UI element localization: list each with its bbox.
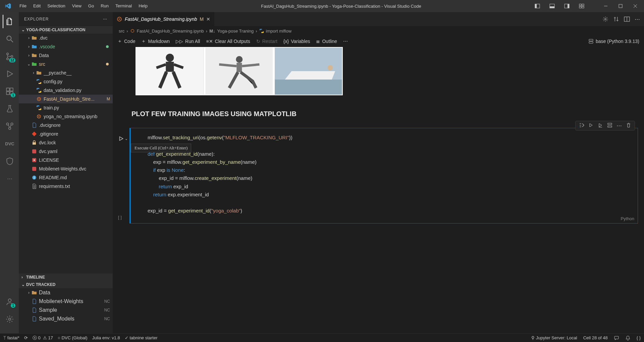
- status-dvc[interactable]: ○ DVC (Global): [58, 335, 88, 340]
- activity-remote[interactable]: [3, 119, 16, 133]
- split-editor-icon[interactable]: [624, 16, 630, 22]
- file-item[interactable]: yoga_no_streaming.ipynb: [19, 112, 113, 121]
- notebook-content[interactable]: PLOT FEW TRAINING IMAGES USING MATPLOTLI…: [113, 47, 644, 333]
- activity-accounts[interactable]: 1: [3, 295, 16, 308]
- file-item[interactable]: iREADME.md: [19, 173, 113, 182]
- status-bell-icon[interactable]: [625, 335, 631, 341]
- tab-close-icon[interactable]: ✕: [206, 16, 210, 22]
- file-item[interactable]: Mobilenet-Weights.dvc: [19, 164, 113, 173]
- code-cell[interactable]: ⌄ ⋯ Execute Cell (Ctrl+Alt+Enter) mlflow…: [129, 128, 638, 224]
- file-explorer: ›.dvc›.vscode›Data⌄src›__pycache__config…: [19, 34, 113, 274]
- run-all-button[interactable]: ▷▷Run All: [176, 39, 200, 44]
- crumb-section[interactable]: Yoga-pose Traning: [217, 29, 254, 34]
- item-label: LICENSE: [39, 157, 113, 163]
- menu-help[interactable]: Help: [135, 0, 151, 12]
- yaml-icon: [32, 166, 38, 172]
- status-branch[interactable]: ᛘ fastai*: [3, 335, 19, 340]
- folder-item[interactable]: ›__pycache__: [19, 68, 113, 77]
- file-item[interactable]: dvc.yaml: [19, 147, 113, 156]
- close-icon[interactable]: [629, 0, 641, 12]
- activity-search[interactable]: [3, 32, 16, 46]
- menu-go[interactable]: Go: [85, 0, 97, 12]
- activity-run-debug[interactable]: [3, 67, 16, 81]
- folder-item[interactable]: ›Data: [19, 288, 113, 297]
- activity-extensions[interactable]: 1: [3, 85, 16, 98]
- diff-icon[interactable]: [613, 16, 619, 22]
- activity-dvc[interactable]: DVC: [3, 137, 16, 150]
- add-markdown-button[interactable]: ＋Markdown: [141, 38, 170, 44]
- editor-tab[interactable]: FastAI_DagsHub_Streaming.ipynb M ✕: [113, 12, 215, 26]
- kernel-picker[interactable]: base (Python 3.9.13): [588, 39, 639, 44]
- layout-sidebar-right-icon[interactable]: [561, 0, 573, 12]
- decor: [106, 44, 110, 49]
- status-tabnine-icon[interactable]: { }: [637, 335, 641, 340]
- file-item[interactable]: Saved_ModelsNC: [19, 314, 113, 323]
- status-julia[interactable]: Julia env: v1.8: [92, 335, 120, 340]
- restart-button[interactable]: ↻Restart: [256, 39, 277, 44]
- cell-language[interactable]: Python: [621, 216, 634, 221]
- folder-item[interactable]: ›Data: [19, 51, 113, 60]
- section-dvc-tracked[interactable]: ⌄DVC TRACKED: [19, 281, 113, 288]
- folder-item[interactable]: ›.dvc: [19, 34, 113, 42]
- menu-file[interactable]: File: [16, 0, 30, 12]
- clear-outputs-button[interactable]: ≡✕Clear All Outputs: [206, 39, 250, 44]
- file-icon: [32, 299, 38, 304]
- sidebar-more-icon[interactable]: ⋯: [103, 17, 107, 21]
- activity-manage[interactable]: [3, 312, 16, 326]
- item-label: README.md: [39, 175, 113, 180]
- status-sync-icon[interactable]: ⟳: [24, 335, 28, 340]
- file-item[interactable]: .gitignore: [19, 130, 113, 138]
- activity-source-control[interactable]: 12: [3, 50, 16, 63]
- notebook-icon: [36, 96, 42, 102]
- add-code-button[interactable]: ＋Code: [117, 38, 135, 44]
- file-item[interactable]: LICENSE: [19, 156, 113, 164]
- minimize-icon[interactable]: [600, 0, 612, 12]
- activity-explorer[interactable]: [3, 15, 16, 28]
- item-label: requirments.txt: [39, 184, 113, 189]
- status-problems[interactable]: ⓧ 0 ⚠ 17: [33, 335, 53, 341]
- section-project[interactable]: ⌄YOGA-POSE-CLASSIFICATION: [19, 26, 113, 34]
- crumb-src[interactable]: src: [119, 29, 124, 34]
- folder-item[interactable]: ›.vscode: [19, 42, 113, 51]
- menu-run[interactable]: Run: [97, 0, 112, 12]
- file-item[interactable]: SampleNC: [19, 306, 113, 314]
- activity-overflow[interactable]: ⋯: [3, 172, 16, 185]
- menu-terminal[interactable]: Terminal: [112, 0, 135, 12]
- file-item[interactable]: .dvcignore: [19, 121, 113, 130]
- activity-testing[interactable]: [3, 102, 16, 115]
- maximize-icon[interactable]: [614, 0, 627, 12]
- menu-view[interactable]: View: [69, 0, 85, 12]
- breadcrumbs[interactable]: src› FastAI_DagsHub_Streaming.ipynb› M↓ …: [113, 26, 644, 36]
- toolbar-more-icon[interactable]: ⋯: [343, 39, 348, 44]
- layout-panel-icon[interactable]: [546, 0, 558, 12]
- status-feedback-icon[interactable]: [614, 335, 619, 341]
- execute-cell-button[interactable]: [118, 136, 124, 142]
- file-item[interactable]: requirments.txt: [19, 182, 113, 191]
- outline-button[interactable]: ≣Outline: [316, 39, 337, 44]
- crumb-cell[interactable]: import mlflow: [266, 29, 292, 34]
- menu-selection[interactable]: Selection: [44, 0, 68, 12]
- code-editor[interactable]: mlflow.set_tracking_uri(os.getenv("MLFLO…: [131, 128, 638, 223]
- python-icon: [36, 88, 42, 93]
- section-timeline[interactable]: ›TIMELINE: [19, 274, 113, 281]
- folder-icon: [32, 53, 38, 58]
- file-item[interactable]: FastAI_DagsHub_Stre...M: [19, 95, 113, 103]
- layout-sidebar-left-icon[interactable]: [531, 0, 543, 12]
- file-item[interactable]: Mobilenet-WeightsNC: [19, 297, 113, 306]
- file-item[interactable]: config.py: [19, 77, 113, 86]
- file-item[interactable]: train.py: [19, 103, 113, 112]
- status-cell-position[interactable]: Cell 28 of 48: [583, 335, 608, 340]
- variables-button[interactable]: {x}Variables: [283, 39, 310, 44]
- layout-customize-icon[interactable]: [576, 0, 588, 12]
- menu-edit[interactable]: Edit: [30, 0, 44, 12]
- file-item[interactable]: data_validation.py: [19, 86, 113, 95]
- status-jupyter[interactable]: ⚲ Jupyter Server: Local: [531, 335, 577, 340]
- status-tabnine[interactable]: ✓ tabnine starter: [125, 335, 158, 340]
- gear-icon[interactable]: [602, 16, 608, 22]
- crumb-file[interactable]: FastAI_DagsHub_Streaming.ipynb: [137, 29, 204, 34]
- editor-more-icon[interactable]: ⋯: [635, 16, 640, 22]
- activity-project[interactable]: [3, 154, 16, 168]
- file-item[interactable]: dvc.lock: [19, 138, 113, 147]
- folder-item[interactable]: ⌄src: [19, 60, 113, 68]
- execute-dropdown-icon[interactable]: ⌄: [125, 137, 128, 141]
